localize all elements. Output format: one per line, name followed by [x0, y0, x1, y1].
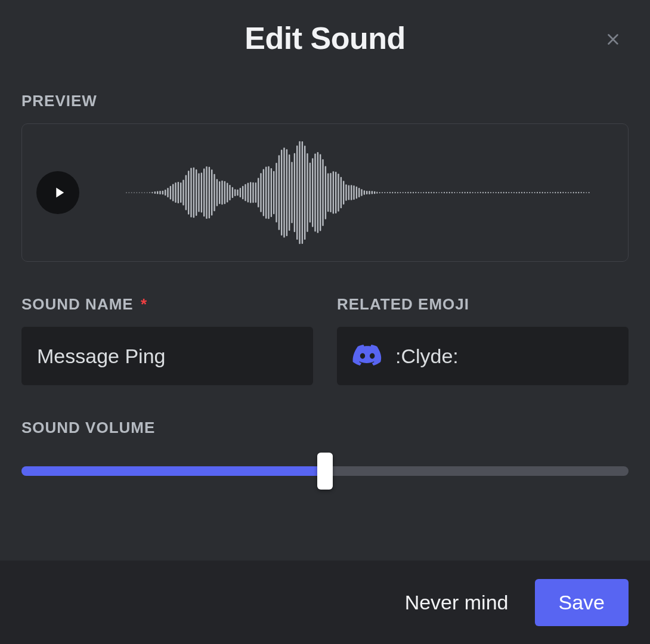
svg-rect-139: [485, 192, 486, 194]
sound-name-label: SOUND NAME *: [21, 295, 313, 314]
volume-label: SOUND VOLUME: [21, 419, 629, 437]
svg-rect-121: [438, 192, 439, 193]
svg-rect-64: [291, 162, 292, 224]
sound-name-input[interactable]: [21, 327, 313, 385]
svg-rect-5: [139, 192, 140, 193]
save-button[interactable]: Save: [535, 579, 629, 626]
svg-rect-68: [302, 141, 303, 244]
svg-rect-12: [157, 191, 158, 194]
svg-rect-29: [201, 173, 202, 213]
svg-rect-143: [496, 192, 497, 193]
svg-rect-169: [562, 192, 564, 193]
field-row: SOUND NAME * RELATED EMOJI :Clyde:: [21, 295, 629, 385]
svg-rect-73: [314, 154, 315, 232]
svg-rect-28: [198, 174, 199, 212]
svg-rect-16: [167, 188, 168, 197]
svg-rect-164: [550, 192, 551, 193]
svg-rect-58: [276, 163, 277, 222]
svg-rect-167: [558, 192, 559, 194]
svg-rect-6: [141, 192, 143, 193]
svg-rect-31: [206, 166, 207, 219]
svg-rect-158: [534, 192, 536, 193]
svg-rect-138: [482, 192, 484, 194]
svg-rect-18: [172, 184, 174, 201]
svg-rect-34: [213, 174, 215, 211]
svg-rect-10: [151, 192, 153, 194]
svg-rect-41: [232, 187, 233, 198]
svg-rect-79: [330, 173, 331, 212]
svg-rect-99: [382, 192, 383, 193]
related-emoji-field: RELATED EMOJI :Clyde:: [337, 295, 629, 385]
svg-rect-145: [500, 192, 502, 194]
svg-rect-109: [407, 192, 408, 194]
svg-rect-94: [369, 191, 370, 194]
svg-rect-100: [384, 192, 385, 193]
play-button[interactable]: [36, 171, 79, 214]
svg-rect-146: [503, 192, 504, 194]
svg-rect-56: [271, 168, 272, 217]
svg-rect-47: [247, 182, 249, 202]
svg-rect-27: [196, 169, 197, 216]
svg-rect-7: [144, 192, 145, 193]
svg-rect-25: [190, 168, 191, 218]
svg-rect-101: [387, 192, 388, 193]
svg-rect-71: [309, 163, 311, 223]
svg-rect-176: [581, 192, 582, 193]
svg-rect-157: [531, 192, 533, 193]
svg-rect-171: [568, 192, 569, 193]
svg-rect-63: [289, 154, 290, 231]
svg-rect-93: [366, 191, 367, 194]
svg-rect-98: [379, 192, 380, 193]
svg-rect-66: [296, 145, 298, 240]
close-button[interactable]: [600, 26, 626, 52]
svg-rect-170: [565, 192, 567, 193]
svg-rect-91: [361, 189, 362, 196]
svg-rect-114: [420, 192, 422, 193]
volume-slider[interactable]: [21, 450, 629, 492]
svg-rect-85: [345, 184, 346, 200]
svg-rect-128: [457, 192, 458, 193]
svg-rect-159: [537, 192, 538, 194]
emoji-picker[interactable]: :Clyde:: [337, 327, 629, 385]
svg-rect-69: [304, 145, 305, 240]
svg-rect-151: [516, 192, 517, 193]
svg-rect-111: [413, 192, 414, 194]
svg-rect-115: [423, 192, 424, 193]
svg-rect-173: [573, 192, 574, 194]
svg-rect-87: [351, 185, 352, 200]
svg-rect-135: [475, 192, 476, 193]
volume-section: SOUND VOLUME: [21, 419, 629, 492]
slider-thumb[interactable]: [317, 453, 333, 490]
svg-rect-46: [244, 184, 246, 202]
svg-rect-130: [462, 192, 463, 193]
svg-rect-102: [389, 192, 391, 194]
cancel-button[interactable]: Never mind: [388, 579, 525, 626]
svg-rect-129: [459, 192, 460, 193]
svg-rect-38: [224, 181, 225, 205]
modal-footer: Never mind Save: [0, 561, 650, 644]
svg-rect-120: [436, 192, 437, 193]
svg-rect-88: [353, 185, 354, 200]
svg-rect-13: [159, 191, 160, 194]
svg-rect-43: [237, 190, 238, 196]
svg-rect-49: [252, 182, 253, 203]
svg-rect-53: [263, 169, 264, 216]
svg-rect-15: [165, 190, 166, 196]
svg-rect-161: [542, 192, 543, 194]
svg-rect-72: [312, 158, 313, 227]
svg-rect-51: [258, 178, 259, 208]
svg-rect-165: [552, 192, 553, 193]
svg-rect-136: [477, 192, 478, 193]
svg-rect-116: [426, 192, 427, 193]
svg-rect-54: [265, 166, 267, 218]
svg-rect-104: [395, 192, 396, 194]
svg-rect-133: [469, 192, 471, 193]
svg-rect-36: [219, 181, 220, 204]
svg-rect-52: [260, 173, 261, 212]
svg-rect-62: [286, 149, 287, 236]
required-mark: *: [141, 295, 147, 313]
svg-rect-124: [446, 192, 447, 194]
svg-rect-24: [188, 171, 189, 215]
play-icon: [51, 184, 67, 201]
svg-rect-168: [560, 192, 561, 194]
